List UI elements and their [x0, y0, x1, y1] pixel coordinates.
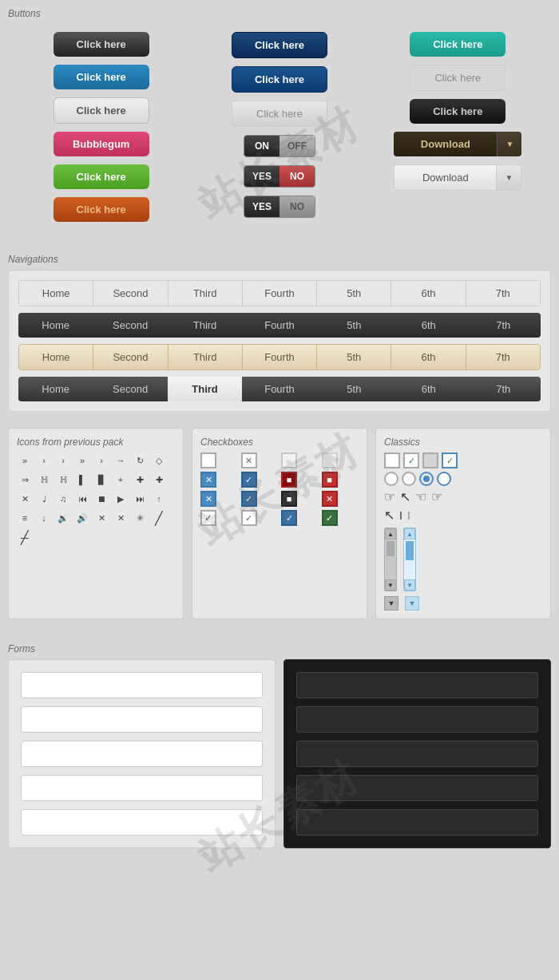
nav2-second[interactable]: Second: [93, 313, 167, 338]
nav2-home[interactable]: Home: [18, 313, 93, 338]
form-input-4[interactable]: [21, 775, 263, 801]
nav1-7th[interactable]: 7th: [466, 280, 541, 306]
btn-bubblegum[interactable]: Bubblegum: [54, 132, 149, 156]
classic-radio-3[interactable]: [437, 472, 451, 486]
split-arrow-light[interactable]: ▼: [496, 165, 521, 190]
cb-checked-4[interactable]: ✓: [322, 510, 338, 526]
split-btn-light[interactable]: Download ▼: [394, 164, 521, 191]
nav4-5th[interactable]: 5th: [317, 377, 391, 401]
cb-checked-1[interactable]: ✓: [241, 472, 257, 488]
nav1-6th[interactable]: 6th: [391, 280, 465, 306]
nav1-third[interactable]: Third: [168, 280, 242, 306]
form-input-2[interactable]: [21, 706, 263, 733]
split-main-light[interactable]: Download: [394, 165, 496, 190]
nav4-fourth[interactable]: Fourth: [242, 377, 316, 401]
classic-radio-filled[interactable]: [419, 472, 434, 486]
form-dark-input-1[interactable]: [296, 672, 538, 698]
classic-checked-1[interactable]: ✓: [403, 452, 419, 468]
nav4-6th[interactable]: 6th: [391, 377, 466, 401]
dropdown-arrow-1[interactable]: ▼: [384, 596, 398, 611]
cb-x-1[interactable]: ✕: [241, 452, 257, 468]
split-main-dark[interactable]: Download: [394, 132, 497, 156]
nav2-third[interactable]: Third: [168, 313, 242, 338]
scrollbar-up-arrow-light[interactable]: ▲: [404, 528, 415, 539]
toggle-yes-1[interactable]: YES: [244, 166, 280, 187]
cb-checked-3[interactable]: ✓: [281, 510, 297, 526]
cb-red-2[interactable]: ■: [322, 472, 338, 488]
nav-bar-2: Home Second Third Fourth 5th 6th 7th: [18, 313, 541, 338]
icon-circle-arrow: ↻: [132, 452, 148, 468]
nav3-fourth[interactable]: Fourth: [243, 345, 317, 369]
cb-grid-2: ✕ ✓ ■ ■: [200, 472, 359, 488]
btn-teal[interactable]: Click here: [410, 32, 505, 57]
nav3-5th[interactable]: 5th: [317, 345, 391, 369]
nav4-7th[interactable]: 7th: [466, 377, 541, 401]
cb-check-outline-2[interactable]: ✓: [241, 510, 257, 526]
nav4-third[interactable]: Third: [168, 377, 242, 401]
toggle-off-btn[interactable]: OFF: [280, 136, 315, 156]
classic-empty-1[interactable]: [384, 452, 400, 468]
cb-empty-2[interactable]: [281, 452, 297, 468]
cb-empty-3[interactable]: [322, 452, 338, 468]
nav3-second[interactable]: Second: [93, 345, 168, 369]
classic-checked-blue[interactable]: ✓: [442, 452, 458, 468]
split-arrow-dark[interactable]: ▼: [497, 132, 521, 156]
toggle-no-1[interactable]: NO: [280, 166, 315, 187]
cb-x-blue-1[interactable]: ✕: [200, 472, 216, 488]
btn-dark2[interactable]: Click here: [410, 99, 505, 124]
cb-check-outline-1[interactable]: ✓: [200, 510, 216, 526]
btn-orange[interactable]: Click here: [54, 197, 149, 222]
nav3-7th[interactable]: 7th: [466, 345, 540, 369]
cb-dark-1[interactable]: ■: [281, 491, 297, 507]
btn-lightgray-1[interactable]: Click here: [232, 101, 327, 127]
toggle-yes-no-2[interactable]: YES NO: [244, 196, 315, 218]
btn-green[interactable]: Click here: [54, 164, 149, 189]
cb-empty-1[interactable]: [200, 452, 216, 468]
btn-light-1[interactable]: Click here: [54, 97, 149, 124]
nav2-fourth[interactable]: Fourth: [242, 313, 316, 338]
btn-outline[interactable]: Click here: [410, 65, 505, 91]
nav4-second[interactable]: Second: [93, 377, 167, 401]
cb-x-blue-2[interactable]: ✕: [200, 491, 216, 507]
toggle-yes-2[interactable]: YES: [244, 196, 280, 217]
form-input-1[interactable]: [21, 672, 263, 698]
btn-darkblue-2[interactable]: Click here: [232, 66, 327, 93]
nav3-6th[interactable]: 6th: [391, 345, 466, 369]
toggle-no-2[interactable]: NO: [280, 196, 315, 217]
nav3-third[interactable]: Third: [168, 345, 243, 369]
toggle-on-off[interactable]: ON OFF: [244, 135, 315, 157]
toggle-on-btn[interactable]: ON: [244, 136, 280, 156]
classic-radio-1[interactable]: [384, 472, 398, 486]
icon-chevron-right: ›: [36, 452, 52, 468]
classic-empty-2[interactable]: [422, 452, 438, 468]
nav1-second[interactable]: Second: [93, 280, 167, 306]
dropdown-arrow-2[interactable]: ▼: [405, 596, 419, 611]
scrollbar-down-arrow-light[interactable]: ▼: [404, 579, 415, 591]
scrollbar-down-arrow[interactable]: ▼: [385, 579, 396, 591]
form-dark-input-5[interactable]: [296, 809, 538, 836]
nav1-home[interactable]: Home: [18, 280, 93, 306]
split-btn-dark[interactable]: Download ▼: [394, 132, 521, 156]
btn-dark-1[interactable]: Click here: [54, 32, 149, 57]
nav1-5th[interactable]: 5th: [316, 280, 391, 306]
nav2-7th[interactable]: 7th: [466, 313, 541, 338]
form-input-3[interactable]: [21, 741, 263, 767]
classic-radio-2[interactable]: [402, 472, 416, 486]
nav2-6th[interactable]: 6th: [391, 313, 466, 338]
nav3-home[interactable]: Home: [19, 345, 93, 369]
cb-red-1[interactable]: ■: [281, 472, 297, 488]
scrollbar-up-arrow[interactable]: ▲: [385, 528, 396, 539]
cb-checked-2[interactable]: ✓: [241, 491, 257, 507]
cb-x-red[interactable]: ✕: [322, 491, 338, 507]
form-dark-input-3[interactable]: [296, 741, 538, 767]
form-dark-input-4[interactable]: [296, 775, 538, 801]
form-input-5[interactable]: [21, 809, 263, 836]
toggle-yes-no-1[interactable]: YES NO: [244, 165, 315, 188]
btn-blue-1[interactable]: Click here: [54, 65, 149, 89]
nav2-5th[interactable]: 5th: [317, 313, 391, 338]
nav-bar-3: Home Second Third Fourth 5th 6th 7th: [18, 344, 541, 370]
nav1-fourth[interactable]: Fourth: [242, 280, 316, 306]
btn-darkblue-1[interactable]: Click here: [232, 32, 327, 58]
nav4-home[interactable]: Home: [18, 377, 93, 401]
form-dark-input-2[interactable]: [296, 706, 538, 733]
